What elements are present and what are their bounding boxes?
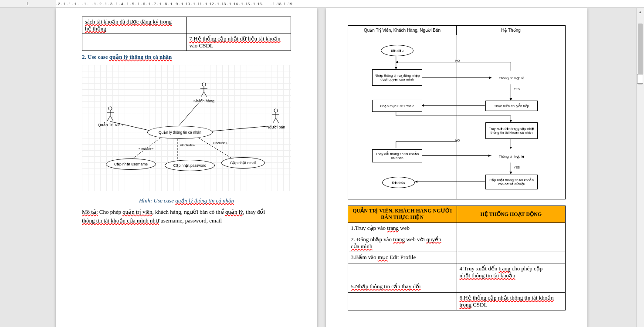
flow-no: NO bbox=[455, 139, 460, 142]
usecase-password: Cập nhật password bbox=[165, 160, 215, 171]
flow-box: Chọn mục Edit Profile bbox=[372, 100, 422, 112]
usecase-main: Quản lý thông tin cá nhân bbox=[147, 126, 213, 139]
table-cell[interactable]: 4.Truy xuất đến trang cho phép cậpnhật t… bbox=[457, 263, 566, 281]
svg-point-6 bbox=[108, 107, 112, 110]
include-label: «include» bbox=[213, 141, 227, 145]
actor-seller: Người bán bbox=[261, 108, 291, 129]
flow-no: NO bbox=[455, 59, 460, 62]
table-cell[interactable]: 7.Hệ thống cập nhật dữ liệu tài khoản và… bbox=[186, 34, 291, 51]
flow-box: Thay đổi thông tin tài khoản cá nhân bbox=[372, 149, 422, 162]
table-cell[interactable]: sách tài khoản đã được đăng ký trong hệ … bbox=[82, 17, 187, 34]
person-icon bbox=[271, 108, 281, 124]
swimlane-diagram: Quản Trị Viên, Khách Hàng, Người Bán Hệ … bbox=[348, 25, 566, 199]
scroll-up-icon[interactable]: ▴ bbox=[637, 8, 644, 16]
cell-text: hệ thống bbox=[85, 25, 106, 32]
ruler-corner: L bbox=[0, 0, 56, 8]
actor-customer: Khách hàng bbox=[189, 82, 219, 103]
decision: Thông tin hợp lệ bbox=[492, 149, 531, 163]
actor-label: Quản Trị Viên bbox=[95, 123, 125, 127]
section-heading[interactable]: 2. Use case quản lý thông tin cá nhân bbox=[82, 54, 291, 61]
caption-text: Hình: Use case bbox=[139, 197, 175, 204]
end-node: Kết thúc bbox=[382, 177, 415, 188]
svg-point-16 bbox=[274, 109, 278, 112]
table-cell[interactable] bbox=[186, 17, 291, 34]
desc-text: username, password, email bbox=[159, 217, 222, 224]
table-cell[interactable] bbox=[348, 293, 457, 310]
page-1[interactable]: sách tài khoản đã được đăng ký trong hệ … bbox=[56, 8, 317, 327]
table-cell[interactable]: 6.Hệ thống cập nhật thông tin tài khoảnt… bbox=[457, 293, 566, 310]
table-cell[interactable]: 3.Bấm vào mục Edit Profile bbox=[348, 252, 457, 263]
svg-line-9 bbox=[107, 116, 110, 121]
desc-text: Cho phép bbox=[98, 209, 123, 215]
flow-yes: YES bbox=[514, 166, 520, 169]
actor-admin: Quản Trị Viên bbox=[95, 106, 125, 127]
minimap-icon[interactable] bbox=[637, 74, 643, 84]
horizontal-ruler: · 2 · 1 · 1 · 1 · · 1 · · 1 · 2 · 1 · 3 … bbox=[56, 0, 644, 8]
table-cell[interactable]: 5.Nhập thông tin cần thay đổi bbox=[348, 281, 457, 293]
vertical-scrollbar[interactable]: ▴ bbox=[636, 8, 644, 327]
desc-text: thông tin tài khoản của mình như bbox=[82, 217, 159, 224]
cell-text: 7.Hệ thống cập nhật dữ liệu tài khoản bbox=[190, 35, 281, 42]
start-node: Bắt đầu bbox=[381, 45, 414, 56]
table-cell[interactable] bbox=[82, 34, 187, 51]
include-label: «include» bbox=[139, 147, 153, 151]
desc-text: quản trị viên bbox=[122, 209, 152, 215]
person-icon bbox=[105, 106, 115, 122]
lane-header-right: Hệ Thống bbox=[457, 26, 565, 35]
caption-text: quản lý thông tin cá nhân bbox=[175, 197, 234, 204]
table-cell[interactable]: 1.Truy cập vào trang web bbox=[348, 223, 457, 234]
actor-label: Khách hàng bbox=[189, 99, 219, 103]
svg-line-19 bbox=[273, 118, 276, 123]
person-icon bbox=[199, 82, 209, 98]
figure-caption[interactable]: Hình: Use case quản lý thông tin cá nhân bbox=[82, 197, 291, 204]
flow-box: Thực hiện chuyển tiếp bbox=[485, 101, 538, 111]
table-cell[interactable] bbox=[348, 263, 457, 281]
cell-text: vào CSDL bbox=[190, 42, 214, 49]
svg-line-15 bbox=[204, 92, 207, 97]
desc-text: , thay đổi bbox=[243, 209, 265, 215]
table-cell[interactable] bbox=[457, 223, 566, 234]
flow-box: Cập nhật thông tin tài khoản vào cơ sở d… bbox=[485, 175, 538, 189]
actor-label: Người bán bbox=[261, 125, 291, 129]
lane-header-left: Quản Trị Viên, Khách Hàng, Người Bán bbox=[348, 26, 457, 35]
flow-box: Truy xuất đến trang cập nhật thông tin t… bbox=[485, 122, 538, 139]
col-header: QUẢN TRỊ VIÊN, KHÁCH HÀNG NGƯỜI BÁN THỰC… bbox=[348, 206, 457, 223]
document-canvas: sách tài khoản đã được đăng ký trong hệ … bbox=[0, 8, 636, 327]
flow-box: Nhập thông tin và đăng nhập dưới quyền c… bbox=[372, 69, 422, 86]
heading-number: 2. Use case bbox=[82, 54, 109, 60]
include-label: «include» bbox=[180, 143, 195, 147]
description-paragraph[interactable]: Mô tả: Cho phép quản trị viên, khách hàn… bbox=[82, 208, 291, 225]
table-cell[interactable] bbox=[457, 234, 566, 252]
flow-yes: YES bbox=[514, 88, 520, 91]
table-cell[interactable] bbox=[457, 281, 566, 293]
page-2[interactable]: Quản Trị Viên, Khách Hàng, Người Bán Hệ … bbox=[326, 8, 587, 327]
svg-point-11 bbox=[202, 83, 206, 86]
usecase-username: Cập nhật username bbox=[106, 158, 156, 170]
decision: Thông tin hợp lệ bbox=[492, 71, 531, 85]
table-cell[interactable]: 2. Đăng nhập vào trang web với quyềncủa … bbox=[348, 234, 457, 252]
svg-line-20 bbox=[276, 118, 279, 123]
desc-text: , khách hàng, người bán có thể bbox=[153, 209, 225, 215]
cell-text: sách tài khoản đã được đăng ký trong bbox=[85, 18, 172, 25]
table-cell[interactable] bbox=[457, 252, 566, 263]
col-header: HỆ THỐNG HOẠT ĐỘNG bbox=[457, 206, 566, 223]
steps-table: QUẢN TRỊ VIÊN, KHÁCH HÀNG NGƯỜI BÁN THỰC… bbox=[348, 206, 566, 310]
desc-text: quản lý bbox=[225, 209, 243, 215]
desc-label: Mô tả: bbox=[82, 209, 98, 215]
svg-line-14 bbox=[201, 92, 204, 97]
svg-line-10 bbox=[110, 116, 113, 121]
svg-line-1 bbox=[177, 99, 202, 128]
heading-text: quản lý thông tin cá nhân bbox=[109, 54, 172, 60]
usecase-email: Cập nhật email bbox=[221, 157, 265, 169]
top-table: sách tài khoản đã được đăng ký trong hệ … bbox=[82, 17, 291, 51]
use-case-diagram: Quản Trị Viên Khách hàng Người bán Quản … bbox=[82, 65, 291, 191]
